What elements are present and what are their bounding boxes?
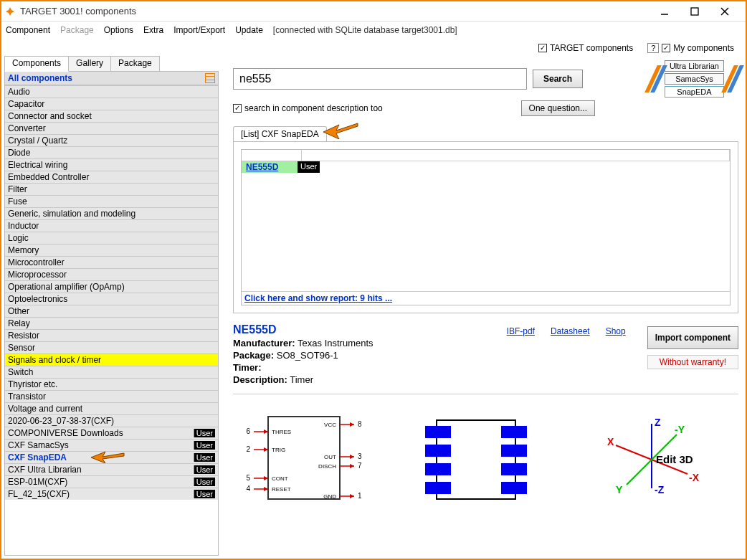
category-label: CXF Ultra Librarian	[8, 465, 194, 475]
shop-link[interactable]: Shop	[606, 326, 626, 385]
maximize-button[interactable]	[682, 4, 707, 19]
menu-import-export[interactable]: Import/Export	[173, 25, 225, 35]
menu-update[interactable]: Update	[235, 25, 263, 35]
svg-text:4: 4	[246, 485, 250, 493]
category-row[interactable]: Sensor	[5, 341, 218, 353]
category-row[interactable]: Audio	[5, 85, 218, 98]
svg-text:-Z: -Z	[655, 484, 665, 495]
svg-text:VCC: VCC	[324, 422, 336, 428]
category-row[interactable]: CXF SnapEDAUser	[5, 451, 218, 463]
tab-components[interactable]: Components	[4, 56, 69, 72]
svg-rect-42	[501, 426, 527, 438]
category-row[interactable]: FL_42_15(CXF)User	[5, 488, 218, 500]
category-row[interactable]: Electrical wiring	[5, 158, 218, 171]
report-link[interactable]: Click here and show report: 9 hits ...	[242, 291, 730, 305]
results-header	[242, 150, 730, 161]
detail-info: NE555D Manufacturer: Texas Instruments P…	[233, 323, 507, 385]
detail-row: NE555D Manufacturer: Texas Instruments P…	[233, 323, 738, 385]
category-row[interactable]: Voltage and current	[5, 402, 218, 414]
category-row[interactable]: Microprocessor	[5, 268, 218, 280]
menu-extra[interactable]: Extra	[143, 25, 163, 35]
category-row[interactable]: 2020-06-23_07-38-37(CXF)	[5, 414, 218, 427]
svg-rect-45	[501, 482, 527, 494]
3d-preview[interactable]: Z -Z X -X Y -Y Edit 3D	[594, 413, 709, 506]
top-checkbox-row: ✓TARGET components ? ✓My components	[1, 39, 746, 56]
category-row[interactable]: Thyristor etc.	[5, 378, 218, 390]
category-row[interactable]: Relay	[5, 317, 218, 329]
category-row[interactable]: COMPONIVERSE DownloadsUser	[5, 427, 218, 439]
category-label: Fuse	[8, 196, 215, 207]
search-button[interactable]: Search	[533, 70, 583, 88]
category-row[interactable]: Optoelectronics	[5, 293, 218, 305]
my-components-checkbox[interactable]: ✓My components	[662, 43, 734, 53]
help-button[interactable]: ?	[647, 43, 659, 53]
minimize-button[interactable]	[652, 4, 677, 19]
samacsys-button[interactable]: SamacSys	[665, 73, 724, 85]
category-row[interactable]: Converter	[5, 122, 218, 134]
tab-gallery[interactable]: Gallery	[68, 56, 111, 72]
menu-package[interactable]: Package	[60, 25, 94, 35]
category-row[interactable]: Transistor	[5, 390, 218, 402]
svg-text:1: 1	[358, 492, 362, 500]
category-row[interactable]: Switch	[5, 366, 218, 378]
category-row[interactable]: Crystal / Quartz	[5, 134, 218, 146]
user-badge: User	[194, 453, 215, 462]
category-row[interactable]: Filter	[5, 183, 218, 195]
left-tabs: Components Gallery Package	[4, 56, 219, 72]
category-row[interactable]: Fuse	[5, 195, 218, 207]
right-panel: Search Ultra Librarian SamacSys SnapEDA …	[219, 56, 746, 556]
category-row[interactable]: Other	[5, 305, 218, 317]
category-label: 2020-06-23_07-38-37(CXF)	[8, 416, 215, 426]
category-label: Filter	[8, 184, 215, 194]
one-question-button[interactable]: One question...	[521, 100, 595, 116]
close-button[interactable]	[713, 4, 737, 19]
category-row[interactable]: Microcontroller	[5, 256, 218, 268]
category-row[interactable]: Capacitor	[5, 98, 218, 110]
category-row[interactable]: Resistor	[5, 329, 218, 341]
category-row[interactable]: CXF Ultra LibrarianUser	[5, 463, 218, 475]
import-component-button[interactable]: Import component	[647, 326, 738, 349]
menu-options[interactable]: Options	[104, 25, 133, 35]
category-row[interactable]: CXF SamacSysUser	[5, 439, 218, 451]
category-row[interactable]: Memory	[5, 244, 218, 256]
category-label: Memory	[8, 245, 215, 255]
category-row[interactable]: Inductor	[5, 219, 218, 232]
result-row[interactable]: NE555D User	[242, 161, 730, 173]
category-row[interactable]: ESP-01M(CXF)User	[5, 475, 218, 488]
schematic-preview[interactable]: 6 THRES 2 TRIG 5 CONT 4 RESET 8 VCC 3 OU…	[236, 413, 372, 506]
category-row[interactable]: Diode	[5, 146, 218, 158]
category-label: Transistor	[8, 391, 215, 402]
results-list[interactable]: NE555D User Click here and show report: …	[241, 149, 731, 305]
search-input[interactable]	[233, 68, 527, 90]
category-row[interactable]: Embedded Controller	[5, 171, 218, 183]
sub-search-row: ✓search in component description too One…	[233, 98, 738, 116]
search-description-checkbox[interactable]: ✓search in component description too	[233, 103, 383, 113]
snapeda-button[interactable]: SnapEDA	[665, 86, 724, 98]
ultra-librarian-button[interactable]: Ultra Librarian	[665, 60, 724, 72]
category-label: Inductor	[8, 221, 215, 231]
category-label: ESP-01M(CXF)	[8, 477, 194, 487]
category-row[interactable]: Generic, simulation and modeling	[5, 207, 218, 219]
category-header[interactable]: All components	[5, 72, 218, 85]
datasheet-link[interactable]: Datasheet	[551, 326, 590, 385]
list-view-icon[interactable]	[205, 73, 215, 83]
category-row[interactable]: Operational amplifier (OpAmp)	[5, 280, 218, 293]
category-label: COMPONIVERSE Downloads	[8, 428, 194, 438]
menu-component[interactable]: Component	[6, 25, 50, 35]
category-list[interactable]: All components AudioCapacitorConnector a…	[4, 71, 219, 556]
category-row[interactable]: Logic	[5, 232, 218, 244]
footprint-preview[interactable]	[415, 413, 551, 506]
tab-package[interactable]: Package	[110, 56, 160, 72]
ibf-pdf-link[interactable]: IBF-pdf	[507, 326, 535, 385]
separator	[233, 394, 738, 394]
window-title: TARGET 3001! components	[20, 6, 652, 16]
target-components-checkbox[interactable]: ✓TARGET components	[538, 43, 633, 53]
category-row[interactable]: Connector and socket	[5, 110, 218, 122]
svg-rect-40	[425, 463, 451, 475]
user-badge: User	[194, 490, 215, 498]
category-row[interactable]: Signals and clock / timer	[5, 353, 218, 366]
svg-rect-1	[691, 8, 698, 15]
svg-rect-43	[501, 445, 527, 457]
list-tab[interactable]: [List] CXF SnapEDA	[233, 126, 327, 141]
svg-marker-30	[350, 464, 354, 468]
